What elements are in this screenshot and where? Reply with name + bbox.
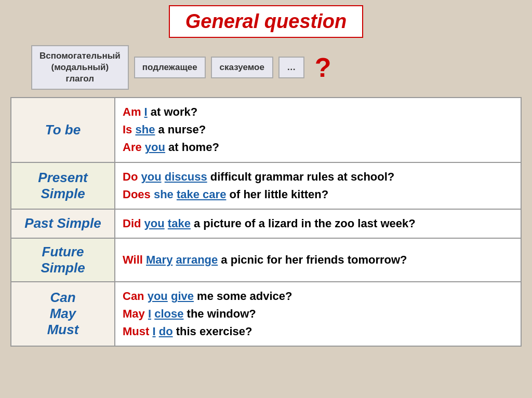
label-past: Past Simple — [11, 209, 115, 238]
content-modal: Can you give me some advice? May I close… — [115, 282, 521, 346]
content-past: Did you take a picture of a lizard in th… — [115, 209, 521, 238]
table-row: CanMayMust Can you give me some advice? … — [11, 282, 521, 346]
table-row: Future Simple Will Mary arrange a picnic… — [11, 238, 521, 282]
label-future: Future Simple — [11, 238, 115, 282]
table-row: Present Simple Do you discuss difficult … — [11, 162, 521, 209]
content-tobe: Am I at work? Is she a nurse? Are you at… — [115, 98, 521, 162]
formula-box-2: подлежащее — [134, 57, 206, 78]
page: General question Вспомогательный (модаль… — [0, 0, 532, 398]
page-title: General question — [185, 10, 347, 32]
label-modal: CanMayMust — [11, 282, 115, 346]
question-mark-icon: ? — [315, 52, 331, 83]
table-row: Past Simple Did you take a picture of a … — [11, 209, 521, 238]
formula-box-1: Вспомогательный (модальный) глагол — [31, 45, 129, 90]
table-row: To be Am I at work? Is she a nurse? Are … — [11, 98, 521, 162]
title-box: General question — [169, 5, 363, 38]
main-table: To be Am I at work? Is she a nurse? Are … — [10, 97, 522, 347]
content-present: Do you discuss difficult grammar rules a… — [115, 162, 521, 209]
label-present: Present Simple — [11, 162, 115, 209]
formula-row: Вспомогательный (модальный) глагол подле… — [10, 45, 522, 90]
formula-box-3: сказуемое — [211, 57, 273, 78]
formula-box-4: … — [278, 57, 304, 78]
content-future: Will Mary arrange a picnic for her frien… — [115, 238, 521, 282]
label-tobe: To be — [11, 98, 115, 162]
